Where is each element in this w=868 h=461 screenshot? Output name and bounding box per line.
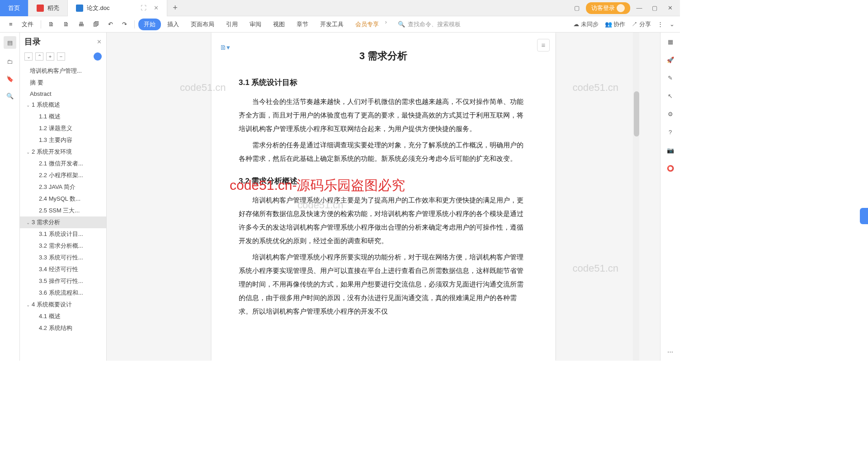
- ribbon-review[interactable]: 审阅: [244, 19, 267, 30]
- search-box[interactable]: 🔍 查找命令、搜索模板: [398, 20, 461, 28]
- rocket-icon[interactable]: 🚀: [666, 55, 675, 64]
- outline-item[interactable]: 4.1 概述: [20, 310, 106, 322]
- outline-panel: 目录 ✕ ⌄ ⌃ + − 培训机构客户管理...摘 要Abstract⌄1 系统…: [20, 33, 107, 361]
- bookmark-toggle-icon[interactable]: ≡: [537, 39, 550, 52]
- undo-icon[interactable]: ↶: [104, 19, 117, 29]
- ribbon-insert[interactable]: 插入: [162, 19, 184, 30]
- outline-item[interactable]: 4.2 系统结构: [20, 322, 106, 334]
- settings-icon[interactable]: ⚙: [666, 109, 675, 118]
- login-button[interactable]: 访客登录: [586, 2, 630, 14]
- outline-item[interactable]: 3.1 系统设计目...: [20, 228, 106, 240]
- chevron-down-icon[interactable]: ⌄: [26, 103, 30, 108]
- ribbon-reference[interactable]: 引用: [221, 19, 243, 30]
- outline-item[interactable]: 培训机构客户管理...: [20, 65, 106, 77]
- chevron-down-icon[interactable]: ⌄: [26, 220, 30, 225]
- print-icon[interactable]: 🖶: [75, 19, 88, 29]
- page: 🗎▾ ≡ 3 需求分析 3.1 系统设计目标 当今社会的生活节奏越来越快，人们对…: [212, 33, 555, 361]
- refresh-icon[interactable]: [94, 52, 102, 61]
- ribbon-layout[interactable]: 页面布局: [185, 19, 220, 30]
- ribbon-view[interactable]: 视图: [268, 19, 290, 30]
- ribbon-start[interactable]: 开始: [138, 19, 161, 30]
- outline-item[interactable]: 3.5 操作可行性...: [20, 275, 106, 287]
- pen-icon[interactable]: ✎: [666, 73, 675, 82]
- remove-level-icon[interactable]: −: [57, 52, 65, 61]
- chapter-heading: 3 需求分析: [239, 46, 528, 66]
- paragraph: 需求分析的任务是通过详细调查现实要处理的对象，充分了解系统的工作概况，明确用户的…: [239, 138, 528, 165]
- tab-doc-label: 论文.doc: [87, 4, 110, 12]
- watermark: code51.cn: [572, 78, 618, 98]
- suitcase-icon[interactable]: 🗀: [5, 57, 14, 66]
- badge-icon[interactable]: ⭕: [666, 164, 675, 173]
- outline-item[interactable]: 摘 要: [20, 77, 106, 89]
- saveas-icon[interactable]: 🗎: [60, 19, 73, 29]
- outline-item[interactable]: Abstract: [20, 89, 106, 99]
- outline-icon[interactable]: ▤: [4, 36, 16, 49]
- redo-icon[interactable]: ↷: [118, 19, 131, 29]
- preview-icon[interactable]: 🗐: [90, 19, 103, 29]
- outline-item[interactable]: 2.3 JAVA 简介: [20, 181, 106, 193]
- file-menu[interactable]: 文件: [18, 19, 37, 30]
- ribbon-devtools[interactable]: 开发工具: [315, 19, 349, 30]
- outline-item[interactable]: 2.1 微信开发者...: [20, 158, 106, 169]
- tab-add-button[interactable]: +: [167, 3, 184, 13]
- paragraph: 培训机构客户管理系统小程序主要是为了提高用户的工作效率和更方便快捷的满足用户，更…: [239, 193, 528, 248]
- ribbon-more-icon[interactable]: ›: [385, 19, 387, 30]
- close-button[interactable]: ✕: [664, 2, 676, 14]
- scrollbar-thumb[interactable]: [634, 91, 639, 136]
- expand-all-icon[interactable]: ⌃: [35, 52, 43, 61]
- outline-item[interactable]: 3.6 系统流程和...: [20, 287, 106, 299]
- outline-item[interactable]: ⌄1 系统概述: [20, 99, 106, 111]
- collab-button[interactable]: 👥 协作: [605, 20, 626, 28]
- chevron-down-icon[interactable]: ⌄: [26, 302, 30, 307]
- outline-item[interactable]: ⌄2 系统开发环境: [20, 146, 106, 158]
- outline-item[interactable]: 3.2 需求分析概...: [20, 240, 106, 252]
- tab-document[interactable]: 论文.doc⛶✕: [68, 0, 167, 16]
- ribbon-chapter[interactable]: 章节: [291, 19, 314, 30]
- maximize-button[interactable]: ▢: [648, 2, 661, 14]
- outline-item[interactable]: 1.1 概述: [20, 111, 106, 122]
- outline-item[interactable]: 1.3 主要内容: [20, 134, 106, 146]
- tab-screen-icon[interactable]: ⛶: [141, 5, 146, 11]
- chevron-down-icon[interactable]: ⌄: [26, 150, 30, 155]
- outline-list: 培训机构客户管理...摘 要Abstract⌄1 系统概述1.1 概述1.2 课…: [20, 62, 106, 361]
- outline-item[interactable]: ⌄4 系统概要设计: [20, 299, 106, 310]
- save-icon[interactable]: 🗎: [45, 19, 58, 29]
- tab-docker[interactable]: 稻壳: [28, 0, 68, 16]
- outline-tools: ⌄ ⌃ + −: [20, 51, 106, 62]
- outline-item[interactable]: 1.2 课题意义: [20, 122, 106, 134]
- outline-item[interactable]: 3.3 系统可行性...: [20, 252, 106, 263]
- page-doc-icon[interactable]: 🗎▾: [220, 41, 230, 54]
- outline-item[interactable]: ⌄3 需求分析: [20, 216, 106, 228]
- minimize-button[interactable]: —: [633, 2, 646, 14]
- help-icon[interactable]: ?: [666, 127, 675, 136]
- outline-close-icon[interactable]: ✕: [97, 38, 102, 45]
- share-button[interactable]: ↗ 分享: [632, 20, 651, 28]
- outline-item[interactable]: 2.5 SSM 三大...: [20, 205, 106, 216]
- outline-item[interactable]: 2.2 小程序框架...: [20, 169, 106, 181]
- camera-icon[interactable]: 📷: [666, 146, 675, 155]
- outline-item[interactable]: 2.4 MySQL 数...: [20, 193, 106, 205]
- collapse-icon[interactable]: ⌄: [670, 21, 675, 28]
- ribbon-tabs: 开始 插入 页面布局 引用 审阅 视图 章节 开发工具 会员专享 ›: [138, 19, 387, 30]
- scrollbar-track[interactable]: [633, 33, 639, 361]
- sync-button[interactable]: ☁ 未同步: [573, 20, 599, 28]
- add-level-icon[interactable]: +: [46, 52, 54, 61]
- more-icon[interactable]: ⋮: [657, 21, 663, 28]
- outline-item[interactable]: 3.4 经济可行性: [20, 263, 106, 275]
- bookmark-icon[interactable]: 🔖: [5, 74, 14, 83]
- cursor-icon[interactable]: ↖: [666, 91, 675, 100]
- box-icon[interactable]: ▢: [571, 2, 583, 14]
- grid-icon[interactable]: ▦: [666, 37, 675, 46]
- right-rail: ▦ 🚀 ✎ ↖ ⚙ ? 📷 ⭕ ⋯: [660, 33, 680, 361]
- close-icon[interactable]: ✕: [154, 5, 159, 11]
- word-icon: [76, 5, 83, 12]
- docker-icon: [37, 5, 44, 12]
- collapse-all-icon[interactable]: ⌄: [24, 52, 33, 61]
- menu-icon[interactable]: ≡: [5, 19, 16, 29]
- more-rail-icon[interactable]: ⋯: [666, 347, 675, 356]
- tab-home[interactable]: 首页: [0, 0, 28, 16]
- ribbon-vip[interactable]: 会员专享: [350, 19, 384, 30]
- toolbar: ≡ 文件 🗎 🗎 🖶 🗐 ↶ ↷ 开始 插入 页面布局 引用 审阅 视图 章节 …: [0, 16, 680, 33]
- search-icon[interactable]: 🔍: [5, 91, 14, 100]
- paragraph: 当今社会的生活节奏越来越快，人们对手机微信的需求也越来越高，不仅对操作简单、功能…: [239, 95, 528, 136]
